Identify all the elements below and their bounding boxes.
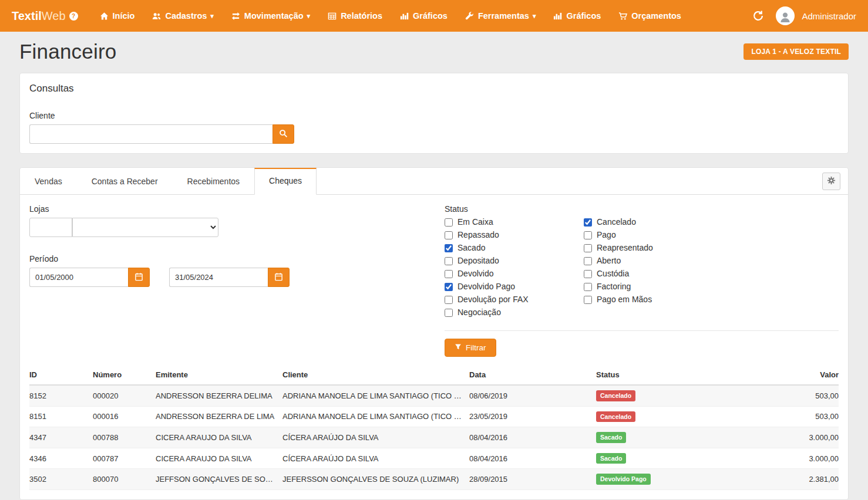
table-row[interactable]: 4346 000787 CICERA ARAUJO DA SILVA CÍCER… <box>29 448 839 469</box>
nav-relatorios[interactable]: Relatórios <box>319 0 391 32</box>
nav-graficos-1[interactable]: Gráficos <box>391 0 456 32</box>
cell-valor: 2.381,00 <box>772 469 839 490</box>
checkbox[interactable] <box>445 257 453 265</box>
checkbox[interactable] <box>445 296 453 304</box>
cell-status: Sacado <box>596 427 772 448</box>
checkbox-label: Devolução por FAX <box>457 295 529 304</box>
status-checkbox[interactable]: Devolvido Pago <box>445 282 584 291</box>
status-checkbox[interactable]: Custódia <box>584 269 653 278</box>
status-checkbox[interactable]: Reapresentado <box>584 244 653 252</box>
cliente-search-input[interactable] <box>29 124 272 144</box>
tab-contas-a-receber[interactable]: Contas a Receber <box>77 168 173 195</box>
status-checkbox[interactable]: Aberto <box>584 256 653 265</box>
top-navbar: TextilWeb ? Início Cadastros ▾ Movimenta… <box>0 0 868 32</box>
calendar-icon <box>274 272 283 283</box>
checkbox[interactable] <box>584 257 592 265</box>
status-checkbox[interactable]: Em Caixa <box>445 218 584 227</box>
status-checkbox[interactable]: Devolução por FAX <box>445 295 584 304</box>
date-from-calendar-button[interactable] <box>128 268 150 287</box>
date-to-input[interactable] <box>169 268 268 287</box>
status-checkbox[interactable]: Sacado <box>445 244 584 252</box>
checkbox-label: Devolvido <box>457 269 493 278</box>
filters-divider <box>445 330 839 331</box>
cell-id: 3502 <box>29 469 93 490</box>
checkbox[interactable] <box>584 231 592 239</box>
periodo-label: Período <box>29 254 445 263</box>
calendar-icon <box>134 272 143 283</box>
cell-cliente: JEFERSSON GONÇALVES DE SOUZA (LUZIMAR) <box>282 469 469 490</box>
checkbox-label: Factoring <box>597 282 631 291</box>
store-button[interactable]: LOJA 1 - A VELOZ TEXTIL <box>743 43 849 60</box>
table-row[interactable]: 4347 000788 CICERA ARAUJO DA SILVA CÍCER… <box>29 427 839 448</box>
brand-logo[interactable]: TextilWeb ? <box>12 9 78 23</box>
table-row[interactable]: 8151 000016 ANDRESSON BEZERRA DE LIMA AD… <box>29 406 839 427</box>
cell-data: 08/04/2016 <box>469 427 596 448</box>
cell-data: 08/04/2016 <box>469 448 596 469</box>
date-from-input[interactable] <box>29 268 128 287</box>
table-row[interactable]: 3502 800070 JEFFSON GONÇALVES DE SOUZA J… <box>29 469 839 490</box>
help-icon[interactable]: ? <box>69 12 78 21</box>
cell-cliente: CÍCERA ARAÚJO DA SILVA <box>282 427 469 448</box>
date-to-calendar-button[interactable] <box>268 268 290 287</box>
nav-orcamentos[interactable]: Orçamentos <box>610 0 690 32</box>
status-checkbox[interactable]: Cancelado <box>584 218 653 227</box>
checkbox[interactable] <box>584 283 592 291</box>
checkbox-label: Sacado <box>457 244 485 252</box>
page-title: Financeiro <box>19 40 116 63</box>
cell-emitente: ANDRESSON BEZERRA DELIMA <box>156 385 282 406</box>
nav-movimentacao[interactable]: Movimentação ▾ <box>223 0 319 32</box>
tab-cheques[interactable]: Cheques <box>254 168 317 195</box>
checkbox[interactable] <box>445 231 453 239</box>
cell-status: Sacado <box>596 448 772 469</box>
checkbox[interactable] <box>445 270 453 278</box>
nav-label: Início <box>113 11 135 21</box>
nav-graficos-2[interactable]: Gráficos <box>544 0 610 32</box>
cell-numero: 800070 <box>93 469 156 490</box>
status-checkbox[interactable]: Devolvido <box>445 269 584 278</box>
checkbox[interactable] <box>445 244 453 252</box>
checkbox-label: Pago em Mãos <box>597 295 652 304</box>
checkbox-label: Reapresentado <box>597 244 653 252</box>
exchange-arrows-icon <box>231 12 240 21</box>
table-row[interactable]: 8152 000020 ANDRESSON BEZERRA DELIMA ADR… <box>29 385 839 406</box>
nav-ferramentas[interactable]: Ferramentas ▾ <box>456 0 545 32</box>
consultas-card: Consultas Cliente <box>19 73 849 154</box>
nav-cadastros[interactable]: Cadastros ▾ <box>143 0 222 32</box>
tabs-bar: Vendas Contas a Receber Recebimentos Che… <box>20 168 848 195</box>
refresh-icon[interactable] <box>752 10 764 22</box>
cell-cliente: ADRIANA MANOELA DE LIMA SANTIAGO (TICO D… <box>282 385 469 406</box>
filter-button[interactable]: Filtrar <box>445 339 496 357</box>
checkbox[interactable] <box>584 218 592 227</box>
filter-button-label: Filtrar <box>466 343 486 352</box>
tab-vendas[interactable]: Vendas <box>20 168 77 195</box>
search-button[interactable] <box>272 124 294 144</box>
status-checkbox[interactable]: Negociação <box>445 308 584 317</box>
checkbox-label: Pago <box>597 231 616 239</box>
status-checkbox[interactable]: Repassado <box>445 231 584 239</box>
loja-select[interactable] <box>72 218 218 237</box>
checkbox-label: Repassado <box>457 231 499 239</box>
status-checkbox[interactable]: Depositado <box>445 256 584 265</box>
checkbox[interactable] <box>445 309 453 317</box>
cell-numero: 000020 <box>93 385 156 406</box>
checkbox-label: Aberto <box>597 256 621 265</box>
settings-button[interactable] <box>822 173 840 190</box>
search-icon <box>279 129 288 140</box>
status-checkbox[interactable]: Pago <box>584 231 653 239</box>
checkbox[interactable] <box>584 244 592 252</box>
checkbox[interactable] <box>445 283 453 291</box>
user-menu[interactable]: Administrador <box>776 6 856 25</box>
loja-code-input[interactable] <box>29 218 72 237</box>
checkbox[interactable] <box>584 296 592 304</box>
tab-recebimentos[interactable]: Recebimentos <box>173 168 255 195</box>
checkbox[interactable] <box>584 270 592 278</box>
nav-label: Movimentação <box>244 11 304 21</box>
col-header-numero: Número <box>93 365 156 385</box>
gear-icon <box>827 176 836 187</box>
checkbox-label: Em Caixa <box>457 218 493 227</box>
nav-inicio[interactable]: Início <box>91 0 144 32</box>
status-checkbox[interactable]: Pago em Mãos <box>584 295 653 304</box>
nav-label: Cadastros <box>165 11 207 21</box>
status-checkbox[interactable]: Factoring <box>584 282 653 291</box>
checkbox[interactable] <box>445 218 453 227</box>
